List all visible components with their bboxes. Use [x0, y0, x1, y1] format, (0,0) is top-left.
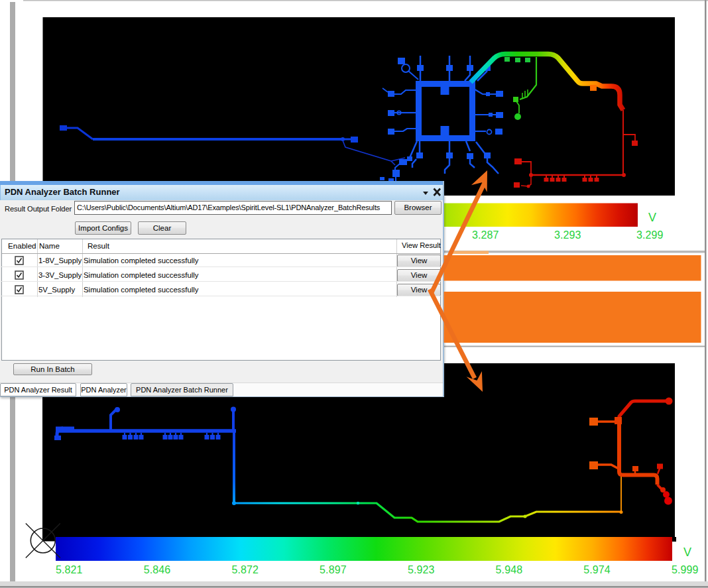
svg-text:5.821: 5.821 [56, 564, 83, 575]
svg-text:5.846: 5.846 [144, 564, 171, 575]
svg-text:3.299: 3.299 [636, 229, 664, 241]
svg-text:5.923: 5.923 [408, 564, 435, 575]
svg-text:V: V [683, 546, 691, 559]
svg-text:5.948: 5.948 [496, 564, 523, 575]
svg-text:5.872: 5.872 [231, 564, 259, 575]
svg-text:5.974: 5.974 [583, 564, 611, 575]
svg-text:5.999: 5.999 [672, 564, 699, 575]
svg-text:3.293: 3.293 [554, 229, 581, 241]
svg-text:V: V [648, 211, 656, 224]
svg-text:3.287: 3.287 [472, 229, 499, 241]
svg-text:5.897: 5.897 [320, 564, 347, 575]
